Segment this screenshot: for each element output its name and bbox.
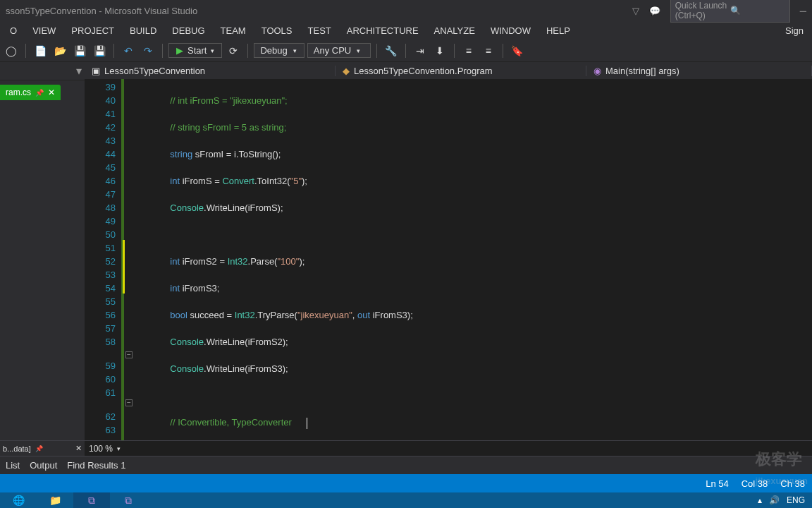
menu-file[interactable]: O (3, 23, 24, 39)
undo-button[interactable]: ↶ (120, 42, 137, 59)
tab-label: ram.cs (6, 87, 31, 97)
browser-link-button[interactable]: ⟳ (225, 42, 242, 59)
status-line: Ln 54 (706, 478, 729, 489)
window-title: sson5TypeConvention - Microsoft Visual S… (6, 6, 632, 16)
class-icon: ◆ (343, 66, 350, 76)
menu-debug[interactable]: DEBUG (165, 23, 211, 39)
status-bar: Ln 54 Col 38 Ch 38 (0, 474, 812, 492)
line-number-gutter: 3940414243444546474849505152535455565758… (85, 79, 124, 447)
project-combo[interactable]: ▣ Lesson5TypeConvention (85, 66, 336, 76)
menu-view[interactable]: VIEW (25, 23, 63, 39)
close-icon[interactable]: ✕ (48, 87, 55, 97)
menu-project[interactable]: PROJECT (64, 23, 121, 39)
notifications-icon[interactable]: ▽ (632, 6, 639, 16)
zoom-level[interactable]: 100 % (89, 444, 113, 454)
method-combo[interactable]: ◉ Main(string[] args) (586, 66, 812, 76)
status-col: Col 38 (742, 478, 768, 489)
toolbox-button[interactable]: 🔧 (383, 42, 400, 59)
menu-window[interactable]: WINDOW (484, 23, 538, 39)
step-over-button[interactable]: ⇥ (412, 42, 429, 59)
taskbar-ie[interactable]: 🌐 (0, 492, 37, 508)
open-button[interactable]: 📂 (51, 42, 68, 59)
navigation-bar: ▾ ▣ Lesson5TypeConvention ◆ Lesson5TypeC… (0, 62, 812, 80)
taskbar-vs[interactable]: ⧉ (73, 492, 110, 508)
platform-combo[interactable]: Any CPU▾ (307, 43, 371, 58)
code-editor[interactable]: 3940414243444546474849505152535455565758… (85, 79, 812, 447)
language-indicator[interactable]: ENG (787, 495, 805, 505)
tab-overflow-icon[interactable]: ▾ (76, 64, 82, 78)
fold-gutter: − − (124, 79, 134, 447)
menu-test[interactable]: TEST (301, 23, 338, 39)
menu-tools[interactable]: TOOLS (254, 23, 300, 39)
quick-launch-input[interactable]: Quick Launch (Ctrl+Q) 🔍 (670, 0, 790, 23)
comment-button[interactable]: ≡ (460, 42, 477, 59)
uncomment-button[interactable]: ≡ (480, 42, 497, 59)
document-tab[interactable]: ram.cs 📌 ✕ (0, 85, 61, 100)
fold-toggle[interactable]: − (125, 399, 133, 406)
volume-icon[interactable]: 🔊 (769, 495, 780, 505)
tab-output[interactable]: Output (30, 460, 57, 471)
nav-back-button[interactable]: ◯ (3, 42, 20, 59)
save-all-button[interactable]: 💾 (91, 42, 108, 59)
menu-architecture[interactable]: ARCHITECTURE (340, 23, 426, 39)
menu-build[interactable]: BUILD (123, 23, 164, 39)
sign-in-link[interactable]: Sign (780, 23, 809, 39)
start-debug-button[interactable]: ▶ Start ▾ (168, 43, 222, 58)
bookmark-button[interactable]: 🔖 (509, 42, 526, 59)
play-icon: ▶ (176, 45, 183, 56)
fold-toggle[interactable]: − (125, 351, 133, 358)
doc-label: b...data] (3, 445, 31, 453)
title-bar: sson5TypeConvention - Microsoft Visual S… (0, 0, 812, 21)
new-project-button[interactable]: 📄 (32, 42, 49, 59)
document-bar: b...data] 📌 ✕ (0, 440, 85, 456)
step-into-button[interactable]: ⬇ (431, 42, 448, 59)
minimize-button[interactable]: ─ (800, 6, 806, 16)
chevron-down-icon: ▾ (211, 47, 214, 54)
search-icon: 🔍 (730, 6, 785, 16)
redo-button[interactable]: ↷ (140, 42, 156, 59)
method-icon: ◉ (593, 66, 601, 76)
code-content[interactable]: // int iFromS = "jikexueyuan"; // string… (134, 79, 812, 447)
quick-launch-placeholder: Quick Launch (Ctrl+Q) (675, 1, 730, 20)
status-char: Ch 38 (780, 478, 805, 489)
zoom-bar: 100 % ▾ (85, 440, 812, 456)
text-cursor (307, 418, 307, 429)
menu-analyze[interactable]: ANALYZE (427, 23, 482, 39)
project-icon: ▣ (92, 66, 100, 76)
tab-find-results[interactable]: Find Results 1 (67, 460, 125, 471)
menu-bar: O VIEW PROJECT BUILD DEBUG TEAM TOOLS TE… (0, 21, 812, 40)
chevron-down-icon[interactable]: ▾ (117, 445, 121, 452)
feedback-icon[interactable]: 💬 (649, 6, 660, 16)
taskbar-explorer[interactable]: 📁 (37, 492, 73, 508)
save-button[interactable]: 💾 (71, 42, 88, 59)
class-combo[interactable]: ◆ Lesson5TypeConvention.Program (336, 66, 586, 76)
tool-window-tabs: List Output Find Results 1 (0, 456, 812, 474)
tab-error-list[interactable]: List (6, 460, 20, 471)
pin-icon[interactable]: 📌 (35, 89, 44, 97)
start-label: Start (187, 45, 207, 56)
close-icon[interactable]: ✕ (75, 444, 82, 453)
tray-up-icon[interactable]: ▴ (758, 495, 762, 505)
toolbar: ◯ 📄 📂 💾 💾 ↶ ↷ ▶ Start ▾ ⟳ Debug▾ Any CPU… (0, 40, 812, 62)
taskbar-vs2[interactable]: ⧉ (110, 492, 147, 508)
config-combo[interactable]: Debug▾ (254, 43, 304, 58)
menu-help[interactable]: HELP (539, 23, 577, 39)
windows-taskbar: 🌐 📁 ⧉ ⧉ ▴ 🔊 ENG (0, 492, 812, 508)
pin-icon[interactable]: 📌 (35, 445, 43, 452)
modification-bar-yellow (123, 267, 125, 294)
menu-team[interactable]: TEAM (214, 23, 253, 39)
